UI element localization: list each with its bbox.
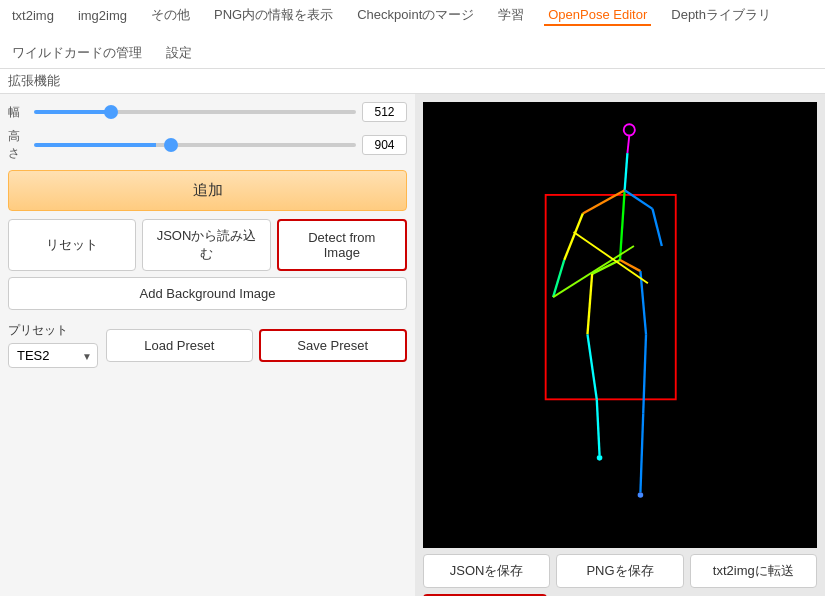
save-preset-button[interactable]: Save Preset	[259, 329, 408, 362]
nav-checkpoint-merge[interactable]: Checkpointのマージ	[353, 4, 478, 26]
svg-rect-0	[490, 102, 750, 548]
skeleton-svg	[423, 102, 817, 548]
txt2img-send-button[interactable]: txt2imgに転送	[690, 554, 817, 588]
width-row: 幅	[8, 102, 407, 122]
load-preset-button[interactable]: Load Preset	[106, 329, 253, 362]
preset-select-wrapper: TES2 ▼	[8, 343, 98, 368]
nav-learning[interactable]: 学習	[494, 4, 528, 26]
preset-left: プリセット TES2 ▼	[8, 322, 98, 368]
svg-point-21	[597, 455, 603, 461]
canvas-area[interactable]	[423, 102, 817, 548]
top-nav: txt2img img2img その他 PNG内の情報を表示 Checkpoin…	[0, 0, 825, 69]
height-value-input[interactable]	[362, 135, 407, 155]
preset-section: プリセット TES2 ▼ Load Preset Save Preset	[8, 322, 407, 368]
sub-nav: 拡張機能	[0, 69, 825, 94]
preset-buttons: Load Preset Save Preset	[106, 329, 407, 362]
bottom-buttons: JSONを保存 PNGを保存 txt2imgに転送	[423, 554, 817, 588]
preset-label: プリセット	[8, 322, 98, 339]
nav-wildcard-manage[interactable]: ワイルドカードの管理	[8, 42, 146, 64]
right-panel: JSONを保存 PNGを保存 txt2imgに転送 img2imgに転送 転送す…	[415, 94, 825, 596]
height-slider[interactable]	[34, 143, 356, 147]
json-load-button[interactable]: JSONから読み込む	[142, 219, 270, 271]
main-container: 幅 高さ 追加 リセット JSONから読み込む Detect from Imag…	[0, 94, 825, 596]
left-panel: 幅 高さ 追加 リセット JSONから読み込む Detect from Imag…	[0, 94, 415, 596]
svg-point-22	[638, 492, 644, 498]
nav-depth-library[interactable]: Depthライブラリ	[667, 4, 775, 26]
nav-txt2img[interactable]: txt2img	[8, 6, 58, 25]
png-save-button[interactable]: PNGを保存	[556, 554, 683, 588]
subnav-label: 拡張機能	[8, 73, 60, 88]
height-label: 高さ	[8, 128, 28, 162]
height-slider-container	[34, 136, 356, 154]
width-label: 幅	[8, 104, 28, 121]
nav-settings[interactable]: 設定	[162, 42, 196, 64]
add-button[interactable]: 追加	[8, 170, 407, 211]
reset-button[interactable]: リセット	[8, 219, 136, 271]
nav-openpose-editor[interactable]: OpenPose Editor	[544, 5, 651, 26]
nav-img2img[interactable]: img2img	[74, 6, 131, 25]
json-save-button[interactable]: JSONを保存	[423, 554, 550, 588]
width-slider-container	[34, 103, 356, 121]
width-value-input[interactable]	[362, 102, 407, 122]
add-background-image-button[interactable]: Add Background Image	[8, 277, 407, 310]
detect-from-image-button[interactable]: Detect from Image	[277, 219, 407, 271]
nav-png-info[interactable]: PNG内の情報を表示	[210, 4, 337, 26]
height-row: 高さ	[8, 128, 407, 162]
preset-select[interactable]: TES2	[8, 343, 98, 368]
nav-other[interactable]: その他	[147, 4, 194, 26]
action-button-row: リセット JSONから読み込む Detect from Image	[8, 219, 407, 271]
width-slider[interactable]	[34, 110, 356, 114]
